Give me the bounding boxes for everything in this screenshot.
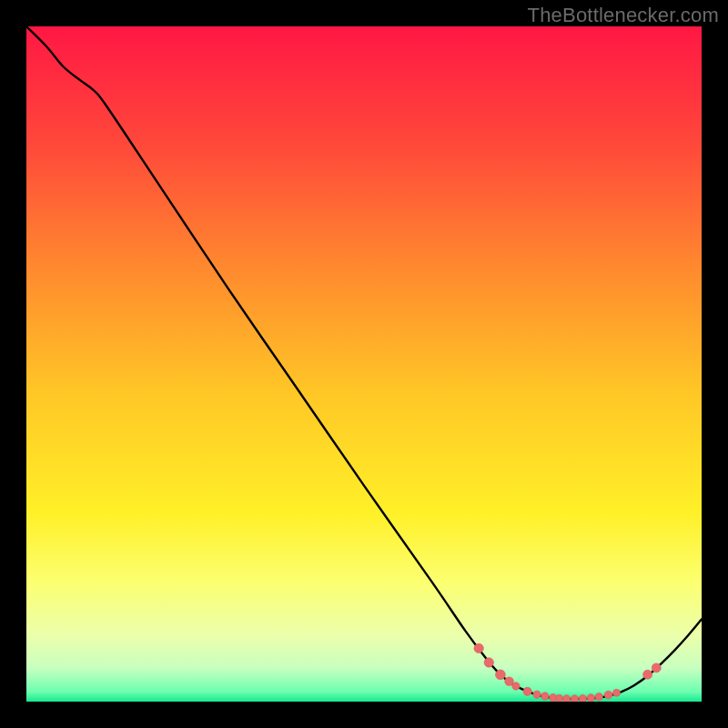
bottleneck-curve-chart	[26, 26, 702, 702]
marker-dot	[613, 689, 621, 696]
marker-dot	[587, 694, 594, 702]
plot-area	[26, 26, 702, 702]
marker-dot	[541, 693, 549, 700]
marker-dot	[474, 643, 483, 652]
attribution-label: TheBottlenecker.com	[528, 4, 719, 27]
marker-dot	[523, 687, 531, 695]
marker-dot	[512, 682, 520, 690]
marker-dot	[579, 695, 586, 702]
marker-dot	[643, 670, 652, 679]
marker-dot	[595, 693, 602, 700]
marker-dot	[555, 694, 562, 702]
marker-dot	[571, 695, 578, 702]
gradient-background	[26, 26, 702, 702]
marker-dot	[495, 670, 505, 680]
chart-frame: TheBottlenecker.com	[0, 0, 728, 728]
marker-dot	[533, 691, 541, 698]
marker-dot	[562, 695, 570, 702]
marker-dot	[604, 691, 612, 699]
marker-dot	[652, 663, 661, 672]
marker-dot	[484, 658, 493, 667]
